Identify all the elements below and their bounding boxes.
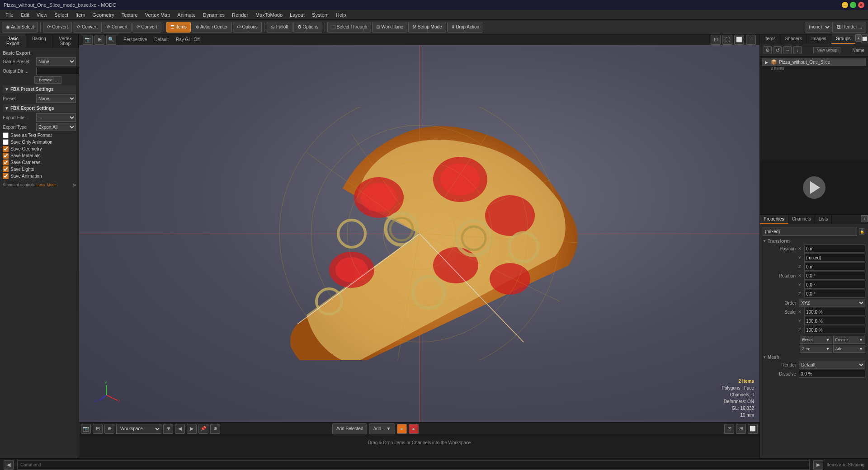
menu-animate[interactable]: Animate: [174, 11, 199, 19]
workspace-pins[interactable]: 📌: [198, 424, 208, 434]
menu-file[interactable]: File: [2, 11, 17, 19]
preset-select[interactable]: None: [36, 94, 76, 103]
mesh-dissolve-input[interactable]: [799, 370, 865, 378]
checkbox-save-text-input[interactable]: [3, 132, 9, 138]
checkbox-save-animation-input[interactable]: [3, 173, 9, 179]
checkbox-save-materials-input[interactable]: [3, 153, 9, 159]
checkbox-save-cameras-input[interactable]: [3, 160, 9, 165]
menu-render[interactable]: Render: [228, 11, 252, 19]
toolbar-drop-action[interactable]: ⬇ Drop Action: [447, 22, 483, 33]
tree-item-pizza[interactable]: ▶ 📦 Pizza_without_One_Slice: [762, 58, 866, 66]
viewport-icon-zoom[interactable]: 🔍: [106, 35, 116, 45]
props-tab-channels[interactable]: Channels: [788, 215, 815, 224]
name-input[interactable]: [763, 227, 857, 236]
add-action-btn[interactable]: Add ▼: [833, 345, 866, 353]
rotation-y-input[interactable]: [804, 281, 865, 289]
items-view-icon2[interactable]: ⊞: [736, 424, 746, 434]
left-tab-vertexshop[interactable]: Vertex Shop: [52, 34, 79, 48]
menu-layout[interactable]: Layout: [286, 11, 308, 19]
workspace-icon1[interactable]: ⊞: [163, 424, 173, 434]
browse-button[interactable]: Browse ...: [34, 76, 61, 84]
menu-select[interactable]: Select: [51, 11, 72, 19]
workspace-select[interactable]: Workspace: [116, 424, 161, 434]
maximize-button[interactable]: □: [850, 2, 856, 8]
toolbar-items[interactable]: ☰ Items: [166, 22, 191, 33]
window-controls[interactable]: ─ □ ✕: [842, 2, 864, 8]
toolbar-autoselect[interactable]: ◉ Auto Select: [2, 22, 38, 33]
toolbar-convert1[interactable]: ⟳ Convert: [43, 22, 72, 33]
fbx-preset-section[interactable]: ▼ FBX Preset Settings: [3, 85, 76, 93]
position-x-input[interactable]: [804, 244, 865, 253]
position-y-input[interactable]: [804, 254, 865, 262]
rotation-x-input[interactable]: [804, 272, 865, 280]
viewport-fit-btn[interactable]: ⊡: [711, 35, 721, 45]
toolbar-select-through[interactable]: ⬚ Select Through: [327, 22, 371, 33]
items-cam-btn[interactable]: 📷: [81, 424, 91, 434]
viewport-expand-btn[interactable]: ⬜: [734, 35, 744, 45]
checkbox-save-anim-only-input[interactable]: [3, 139, 9, 145]
scale-y-input[interactable]: [804, 317, 865, 325]
command-input[interactable]: [17, 461, 810, 470]
toolbar-action-center[interactable]: ⊕ Action Center: [192, 22, 232, 33]
menu-view[interactable]: View: [33, 11, 51, 19]
export-type-select[interactable]: Export All: [36, 123, 76, 131]
menu-geometry[interactable]: Geometry: [89, 11, 118, 19]
zero-btn[interactable]: Zero ▼: [800, 345, 832, 353]
export-file-select[interactable]: ...: [36, 113, 76, 122]
checkbox-save-lights-input[interactable]: [3, 166, 9, 172]
workspace-arrow-right[interactable]: ▶: [187, 424, 197, 434]
add-btn[interactable]: Add... ▼: [369, 423, 395, 434]
right-tab-items[interactable]: Items: [760, 34, 780, 44]
toolbar-falloff[interactable]: ◎ Falloff: [267, 22, 292, 33]
toolbar-none-select[interactable]: (none): [805, 22, 831, 33]
props-tab-lists[interactable]: Lists: [815, 215, 832, 224]
items-snap-btn[interactable]: ⊕: [104, 424, 114, 434]
name-lock-btn[interactable]: 🔒: [859, 228, 865, 235]
toolbar-options2[interactable]: ⚙ Options: [293, 22, 322, 33]
less-link[interactable]: Less: [37, 183, 45, 187]
reset-btn[interactable]: Reset ▼: [800, 336, 832, 344]
viewport-icon-grid[interactable]: ⊞: [94, 35, 104, 45]
menu-maxtomodo[interactable]: MaxToModo: [252, 11, 286, 19]
position-z-input[interactable]: [804, 263, 865, 271]
groups-icon2[interactable]: ↺: [774, 46, 782, 54]
menu-edit[interactable]: Edit: [17, 11, 33, 19]
output-dir-input[interactable]: [36, 67, 79, 75]
items-dot-orange[interactable]: ●: [397, 424, 407, 434]
items-view-icon3[interactable]: ⬜: [748, 424, 758, 434]
toolbar-convert2[interactable]: ⟳ Convert: [73, 22, 102, 33]
toolbar-setup-mode[interactable]: ⚒ Setup Mode: [408, 22, 446, 33]
fbx-export-section[interactable]: ▼ FBX Export Settings: [3, 104, 76, 112]
cmd-submit-btn[interactable]: ▶: [813, 460, 823, 470]
workspace-arrow-left[interactable]: ◀: [175, 424, 185, 434]
left-tab-baking[interactable]: Baking: [26, 34, 52, 48]
menu-item[interactable]: Item: [72, 11, 89, 19]
workspace-add-btn[interactable]: ⊕: [210, 424, 220, 434]
menu-texture[interactable]: Texture: [118, 11, 142, 19]
toolbar-options1[interactable]: ⚙ Options: [233, 22, 262, 33]
mesh-render-select[interactable]: Default: [799, 361, 865, 369]
order-select[interactable]: XYZ: [799, 299, 865, 307]
collapse-btn[interactable]: »: [73, 182, 76, 188]
viewport-3d[interactable]: X Z Y 2 Items Polygons : Face Channels: …: [79, 45, 760, 422]
viewport-fullscreen-btn[interactable]: ⛶: [722, 35, 732, 45]
menu-vertex-map[interactable]: Vertex Map: [142, 11, 174, 19]
left-tab-export[interactable]: Basic Export: [0, 34, 26, 48]
toolbar-render-btn[interactable]: 🖼 Render ...: [832, 22, 866, 33]
checkbox-save-geometry-input[interactable]: [3, 146, 9, 152]
right-tab-shaders[interactable]: Shaders: [780, 34, 807, 44]
toolbar-workplane[interactable]: ⊞ WorkPlane: [372, 22, 407, 33]
play-button[interactable]: [803, 176, 826, 199]
new-group-btn[interactable]: New Group: [813, 47, 840, 53]
right-tab-add[interactable]: +: [855, 34, 861, 42]
rotation-z-input[interactable]: [804, 290, 865, 298]
scale-x-input[interactable]: [804, 308, 865, 316]
groups-icon3[interactable]: →: [783, 46, 792, 54]
items-view-icon1[interactable]: ⊡: [724, 424, 734, 434]
minimize-button[interactable]: ─: [842, 2, 848, 8]
right-tab-images[interactable]: Images: [807, 34, 831, 44]
viewport-more-btn[interactable]: ⋯: [746, 35, 756, 45]
items-dot-red[interactable]: ●: [409, 424, 419, 434]
items-grid-btn[interactable]: ⊞: [93, 424, 103, 434]
more-link[interactable]: More: [47, 183, 57, 187]
